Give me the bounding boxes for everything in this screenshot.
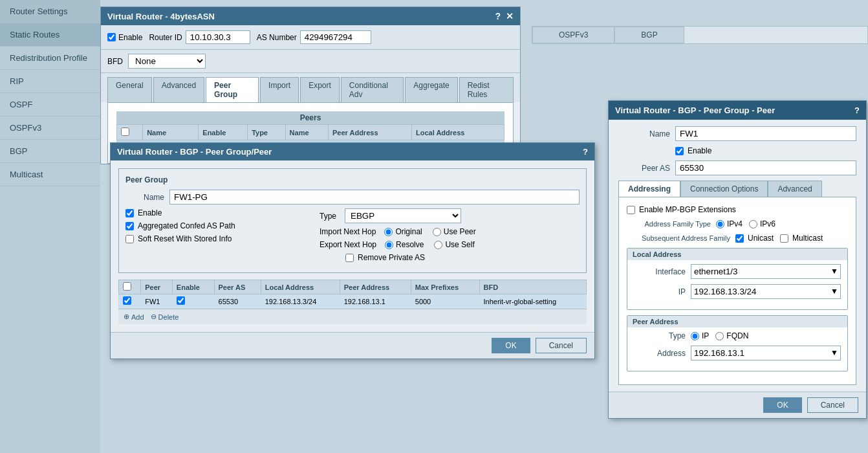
bg-tab-bgp[interactable]: BGP — [614, 27, 684, 43]
import-original-text: Original — [395, 227, 422, 236]
import-use-peer-radio[interactable] — [433, 228, 441, 236]
peer-name-row: Name — [618, 126, 856, 141]
peer-row-checkbox[interactable] — [123, 296, 131, 305]
as-number-input[interactable] — [300, 30, 371, 44]
router-id-input[interactable] — [186, 30, 250, 44]
pg-left-col: Enable Aggregated Confed AS Path Soft Re… — [125, 208, 307, 266]
multicast-checkbox[interactable] — [780, 234, 788, 243]
pg-aggregated-checkbox[interactable] — [125, 222, 134, 230]
peer-table-section: Peer Enable Peer AS Local Address Peer A… — [118, 280, 587, 324]
sidebar-item-redistribution-profile[interactable]: Redistribution Profile — [0, 47, 100, 70]
pg-remove-private-as-label: Remove Private AS — [345, 253, 425, 262]
peer-type-fqdn-radio[interactable] — [715, 332, 724, 340]
peer-tab-addressing[interactable]: Addressing — [618, 181, 680, 197]
sidebar-item-ospf[interactable]: OSPF — [0, 93, 100, 116]
peer-select-all[interactable] — [123, 282, 131, 291]
sidebar-item-static-routes[interactable]: Static Routes — [0, 23, 100, 47]
pg-type-label: Type — [320, 212, 336, 221]
import-use-peer-label: Use Peer — [433, 227, 476, 236]
local-address-section: Local Address Interface ethernet1/3 ▼ IP — [627, 248, 848, 310]
peer-col-bfd: BFD — [479, 280, 586, 294]
peer-address-title: Peer Address — [627, 316, 847, 327]
pg-enable-row: Enable — [125, 208, 307, 217]
export-resolve-text: Resolve — [396, 240, 424, 249]
tab-peer-group[interactable]: Peer Group — [206, 77, 259, 102]
bfd-row: BFD None — [101, 50, 520, 73]
multicast-label: Multicast — [780, 234, 823, 243]
af-ipv4-radio[interactable] — [716, 220, 724, 228]
pg-type-select[interactable]: EBGP — [345, 208, 461, 223]
help-icon[interactable]: ? — [495, 11, 501, 21]
pg-enable-text: Enable — [138, 208, 162, 217]
peer-cancel-button[interactable]: Cancel — [807, 397, 858, 413]
tab-advanced[interactable]: Advanced — [153, 77, 204, 102]
peer-detail-dialog: Virtual Router - BGP - Peer Group - Peer… — [608, 100, 867, 419]
peer-enable-checkbox[interactable] — [675, 147, 684, 155]
pg-enable-checkbox[interactable] — [125, 209, 134, 217]
pg-soft-reset-text: Soft Reset With Stored Info — [138, 234, 232, 243]
interface-select[interactable]: ethernet1/3 — [691, 264, 841, 279]
peer-type-ip-radio[interactable] — [691, 332, 699, 340]
sidebar-item-bgp[interactable]: BGP — [0, 140, 100, 163]
main-toolbar: Enable Router ID AS Number — [101, 25, 520, 50]
peer-group-help-icon[interactable]: ? — [583, 147, 588, 157]
peer-type-fqdn-text: FQDN — [726, 331, 748, 340]
col-enable: Enable — [199, 125, 248, 140]
export-use-self-radio[interactable] — [434, 241, 442, 249]
tab-aggregate[interactable]: Aggregate — [405, 77, 457, 102]
peer-row-enable — [172, 294, 214, 309]
peer-as-input[interactable] — [675, 160, 856, 175]
bg-tab-ospfv3[interactable]: OSPFv3 — [532, 27, 614, 43]
select-all-checkbox[interactable] — [121, 127, 129, 136]
pg-options: Enable Aggregated Confed AS Path Soft Re… — [125, 208, 580, 266]
sidebar-item-router-settings[interactable]: Router Settings — [0, 0, 100, 23]
peer-dialog-footer: OK Cancel — [609, 392, 866, 418]
router-id-group: Router ID — [149, 30, 250, 44]
ip-select[interactable]: 192.168.13.3/24 — [691, 284, 841, 299]
peer-address-section: Peer Address Type IP FQDN Address — [627, 315, 848, 371]
delete-peer-button[interactable]: ⊖ Delete — [151, 313, 179, 321]
export-resolve-radio[interactable] — [385, 241, 393, 249]
add-peer-button[interactable]: ⊕ Add — [124, 313, 144, 321]
peer-address-label: Address — [634, 349, 686, 358]
enable-mp-bgp-checkbox[interactable] — [627, 206, 635, 214]
sidebar-item-multicast[interactable]: Multicast — [0, 163, 100, 186]
router-id-label: Router ID — [149, 33, 182, 42]
peer-group-ok-button[interactable]: OK — [492, 338, 530, 353]
peer-detail-help-icon[interactable]: ? — [854, 105, 860, 115]
peer-table: Peer Enable Peer AS Local Address Peer A… — [118, 280, 587, 309]
bfd-select[interactable]: None — [128, 54, 206, 69]
peer-col-max-prefixes: Max Prefixes — [411, 280, 479, 294]
pg-export-next-hop-row: Export Next Hop Resolve Use Self — [320, 240, 580, 249]
pg-soft-reset-checkbox[interactable] — [125, 235, 134, 243]
enable-checkbox-label: Enable — [107, 33, 142, 42]
main-panel-title: Virtual Router - 4bytesASN ? ✕ — [101, 7, 520, 25]
close-icon[interactable]: ✕ — [506, 11, 514, 21]
pg-name-label: Name — [125, 193, 164, 202]
peer-tab-advanced[interactable]: Advanced — [768, 181, 821, 197]
peer-address-select[interactable]: 192.168.13.1 — [691, 346, 841, 360]
sidebar-item-ospfv3[interactable]: OSPFv3 — [0, 116, 100, 140]
tab-import[interactable]: Import — [260, 77, 299, 102]
tab-conditional-adv[interactable]: Conditional Adv — [341, 77, 404, 102]
pg-soft-reset-row: Soft Reset With Stored Info — [125, 234, 307, 243]
import-original-radio[interactable] — [384, 228, 393, 236]
af-ipv6-radio[interactable] — [749, 220, 757, 228]
peer-ok-button[interactable]: OK — [763, 397, 801, 413]
tab-export[interactable]: Export — [300, 77, 340, 102]
tab-redist-rules[interactable]: Redist Rules — [459, 77, 514, 102]
unicast-checkbox[interactable] — [735, 234, 744, 243]
delete-peer-label: Delete — [158, 313, 179, 321]
peer-table-footer: ⊕ Add ⊖ Delete — [118, 309, 587, 324]
pg-remove-private-as-checkbox[interactable] — [345, 254, 354, 262]
enable-checkbox[interactable] — [107, 33, 116, 41]
tab-general[interactable]: General — [107, 77, 152, 102]
peer-row-enable-checkbox[interactable] — [177, 296, 185, 305]
peer-tab-connection-options[interactable]: Connection Options — [680, 181, 768, 197]
peer-table-row[interactable]: FW1 65530 192.168.13.3/24 192.168.13.1 5… — [119, 294, 587, 309]
sidebar-item-rip[interactable]: RIP — [0, 70, 100, 93]
peer-group-cancel-button[interactable]: Cancel — [536, 338, 587, 353]
pg-name-input[interactable] — [169, 190, 580, 204]
col-type: Type — [248, 125, 285, 140]
peer-name-input[interactable] — [675, 126, 856, 141]
